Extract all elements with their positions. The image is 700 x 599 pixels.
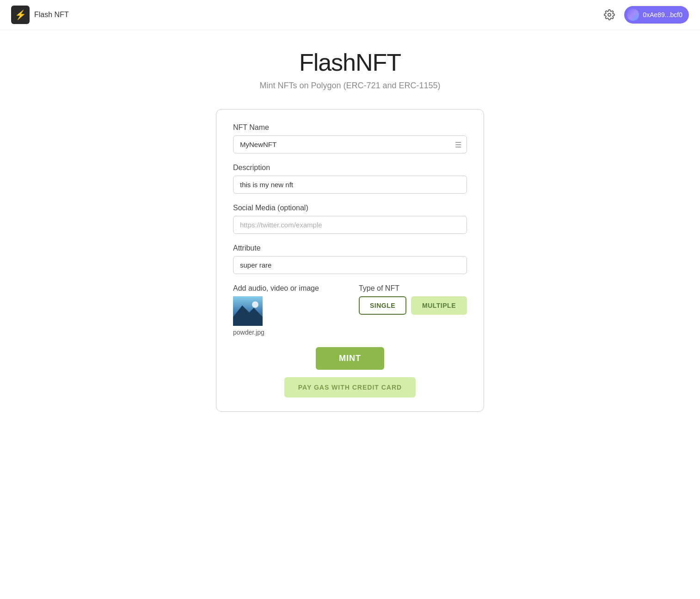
nft-type-group: SINGLE MULTIPLE	[359, 296, 467, 315]
page-subtitle: Mint NFTs on Polygon (ERC-721 and ERC-11…	[259, 81, 440, 91]
nft-name-input[interactable]	[233, 135, 467, 153]
wallet-button[interactable]: 0xAe89...bcf0	[624, 6, 689, 24]
social-media-input[interactable]	[233, 216, 467, 234]
attribute-input[interactable]	[233, 256, 467, 274]
pay-gas-btn-container: PAY GAS WITH CREDIT CARD	[233, 377, 467, 397]
logo-icon: ⚡	[15, 9, 26, 20]
description-group: Description	[233, 164, 467, 194]
media-label: Add audio, video or image	[233, 284, 340, 293]
file-name: powder.jpg	[233, 329, 340, 336]
header-left: ⚡ Flash NFT	[11, 6, 69, 24]
text-icon: ☰	[455, 140, 461, 149]
attribute-label: Attribute	[233, 244, 467, 252]
pay-gas-button[interactable]: PAY GAS WITH CREDIT CARD	[284, 377, 416, 397]
wallet-address: 0xAe89...bcf0	[643, 11, 682, 18]
description-label: Description	[233, 164, 467, 172]
gear-icon	[604, 9, 615, 20]
form-card: NFT Name ☰ Description Social Media (opt…	[216, 109, 484, 412]
nft-type-label: Type of NFT	[359, 284, 467, 293]
multiple-type-button[interactable]: MULTIPLE	[411, 296, 467, 315]
svg-point-4	[252, 301, 258, 308]
header: ⚡ Flash NFT 0xAe89...bcf0	[0, 0, 700, 30]
page-title: FlashNFT	[299, 49, 401, 76]
media-col: Add audio, video or image	[233, 284, 340, 336]
single-type-button[interactable]: SINGLE	[359, 296, 406, 315]
mint-btn-container: MINT	[233, 347, 467, 370]
mint-button[interactable]: MINT	[316, 347, 384, 370]
image-upload-preview[interactable]	[233, 296, 263, 326]
social-media-group: Social Media (optional)	[233, 204, 467, 234]
header-right: 0xAe89...bcf0	[602, 6, 689, 24]
main-content: FlashNFT Mint NFTs on Polygon (ERC-721 a…	[0, 30, 700, 430]
nft-name-group: NFT Name ☰	[233, 123, 467, 153]
attribute-group: Attribute	[233, 244, 467, 274]
nft-name-label: NFT Name	[233, 123, 467, 132]
app-name: Flash NFT	[34, 11, 69, 19]
settings-button[interactable]	[602, 7, 617, 22]
nft-type-col: Type of NFT SINGLE MULTIPLE	[359, 284, 467, 315]
description-input[interactable]	[233, 176, 467, 194]
media-type-row: Add audio, video or image	[233, 284, 467, 336]
social-media-label: Social Media (optional)	[233, 204, 467, 212]
nft-name-input-wrapper: ☰	[233, 135, 467, 153]
svg-point-0	[608, 13, 611, 16]
logo-box: ⚡	[11, 6, 30, 24]
preview-image-svg	[233, 296, 263, 326]
wallet-avatar	[627, 9, 639, 21]
